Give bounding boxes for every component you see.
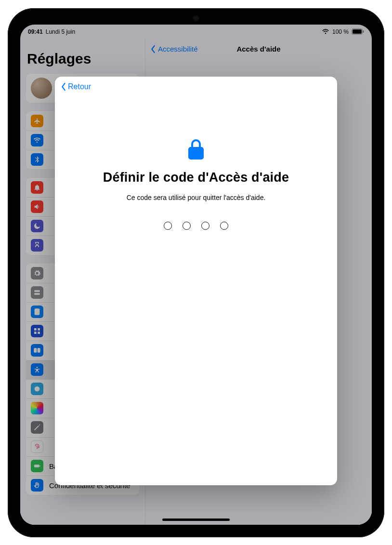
home-indicator[interactable] [162,518,230,521]
battery-percent: 100 % [332,28,349,35]
modal-nav: Retour [55,77,337,97]
passcode-dot [164,222,172,230]
modal-back-button[interactable]: Retour [61,82,91,91]
passcode-dot [183,222,191,230]
svg-rect-1 [353,29,362,34]
wifi-icon [322,29,329,35]
modal-title: Définir le code d'Accès d'aide [55,170,337,185]
modal-subtitle: Ce code sera utilisé pour quitter l'accè… [55,194,337,201]
passcode-input[interactable] [55,222,337,230]
status-time: 09:41 [28,28,43,35]
status-bar: 09:41 Lundi 5 juin 100 % [20,25,372,38]
battery-icon [352,28,364,35]
screen: 09:41 Lundi 5 juin 100 % Réglages [20,25,372,525]
ipad-frame: 09:41 Lundi 5 juin 100 % Réglages [8,8,384,537]
status-date: Lundi 5 juin [46,28,75,35]
lock-icon [55,138,337,160]
front-camera [194,16,198,21]
passcode-dot [220,222,228,230]
passcode-modal: Retour Définir le code d'Accès d'aide Ce… [55,77,337,485]
svg-rect-2 [363,30,364,33]
passcode-dot [201,222,209,230]
modal-back-label: Retour [68,82,91,91]
